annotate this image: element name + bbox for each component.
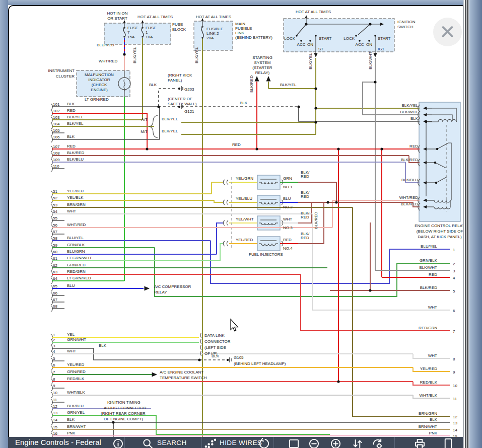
- wire-color-label: WHT/RED: [99, 59, 118, 63]
- wire-color-label: WHT: [428, 305, 437, 310]
- info-button[interactable]: [112, 437, 124, 448]
- wire-color-label: A/T: [142, 117, 148, 122]
- pin-number: 13: [53, 411, 57, 415]
- wire-color-label: BLK/WHT: [400, 110, 418, 114]
- junction-dot: [369, 23, 371, 25]
- wire-color-label: WHT: [428, 353, 437, 358]
- component-name: MALFUNCTION: [85, 72, 114, 77]
- ground-id: G105: [234, 355, 244, 360]
- junction-dot: [297, 105, 300, 108]
- wire-color-label: PNK: [67, 431, 76, 435]
- pin-number: 64: [53, 276, 57, 281]
- pin-number: 65: [53, 284, 57, 288]
- pin-number: 6: [53, 363, 55, 367]
- search-button[interactable]: SEARCH: [142, 437, 187, 448]
- ground-location: PANEL): [168, 78, 182, 83]
- junction-dot: [178, 88, 180, 90]
- wire-color-label: BLU/GRN: [67, 249, 85, 254]
- junction-dot: [227, 359, 229, 361]
- junction-dot: [337, 380, 339, 383]
- wire-color-label: BLU: [283, 196, 291, 201]
- pin-number: 51: [53, 189, 57, 194]
- wire-color-label: BLK: [67, 417, 75, 422]
- pin-number: 63: [53, 270, 57, 274]
- toolbar-divider: [124, 437, 125, 448]
- junction-dot: [309, 40, 311, 42]
- fuse-label: 20A: [206, 36, 214, 40]
- pin-number: 52: [53, 196, 57, 200]
- fuse-label: LINK 2: [206, 31, 219, 36]
- ground-location: SAFETY WALL): [168, 102, 197, 106]
- wire-color-label: GRN/BLK: [67, 243, 85, 247]
- wire-color-label: WHT/BLK: [67, 390, 85, 395]
- component-name: FUSIBLE: [235, 26, 252, 31]
- pin-number: 4: [453, 276, 455, 280]
- pin-number: 9: [453, 370, 455, 375]
- wire-color-label: BLK/YEL: [162, 129, 178, 133]
- wire-color-label: BLK: [67, 134, 75, 139]
- zoom-out-button[interactable]: [308, 437, 320, 448]
- wire-color-label: WHT: [67, 209, 76, 213]
- fit-screen-button[interactable]: [288, 437, 300, 448]
- junction-dot: [123, 53, 125, 55]
- wire-color-label: WHT: [67, 349, 76, 353]
- pin-number: 53: [53, 203, 57, 207]
- pin-number: 1: [53, 333, 55, 337]
- wire-color-label: BLK/YEL: [67, 121, 84, 126]
- note-text: IGNITION TIMING: [107, 400, 141, 405]
- swap-view-button[interactable]: [352, 437, 363, 448]
- note-text: A/C COMPRESSOR: [154, 284, 191, 289]
- pin-number: 107: [53, 144, 60, 149]
- note-text: CONNECTOR: [204, 339, 231, 344]
- rotate-paint-button[interactable]: [372, 437, 383, 448]
- undo-icon: [258, 438, 270, 448]
- refresh-wires-button[interactable]: [258, 437, 270, 448]
- page-layout-button[interactable]: [442, 437, 454, 448]
- power-header: HOT IN ON: [107, 11, 127, 16]
- hide-wires-button[interactable]: HIDE WIRES: [204, 437, 262, 448]
- pin-number: 59: [53, 243, 57, 248]
- pin-number: 14: [453, 428, 457, 432]
- wire-color-label: RED: [301, 194, 309, 199]
- component-name: (BEHIND BATTERY): [235, 35, 272, 40]
- wire-color-label: YEL: [67, 332, 75, 337]
- fuse-label: 15A: [127, 35, 135, 39]
- wire-color-label: BRN/WHT: [419, 424, 437, 429]
- pin-number: 103: [53, 115, 60, 120]
- component-name: FUEL INJECTORS: [249, 252, 283, 257]
- wire-color-label: GRN/YEL: [67, 410, 85, 415]
- pin-number: 13: [453, 421, 457, 425]
- junction-dot: [436, 148, 438, 150]
- wire-color-label: RED: [67, 108, 76, 113]
- wiring-diagram-canvas: 101BLK102RED103BLK/YEL104BLK/YEL105106BL…: [0, 0, 482, 448]
- component-name: BLOCK: [172, 27, 186, 32]
- print-button[interactable]: [414, 437, 426, 448]
- junction-dot: [359, 40, 361, 42]
- wire-color-label: BLK/BLU: [401, 178, 418, 182]
- junction-dot: [314, 87, 317, 90]
- component-name: SWITCH: [397, 25, 414, 29]
- junction-dot: [337, 147, 339, 150]
- note-text: TEMPERATURE SWITCH: [160, 376, 207, 380]
- ground-id: G121: [184, 109, 194, 114]
- junction-dot: [300, 40, 302, 42]
- junction-dot: [425, 121, 427, 123]
- wire-color-label: BLK/RED: [314, 212, 318, 229]
- zoom-in-button[interactable]: [330, 437, 341, 448]
- component-name: SYSTEM: [254, 60, 271, 65]
- wire-color-label: BLU: [67, 283, 75, 288]
- pin-number: 5: [453, 289, 455, 293]
- close-button[interactable]: [433, 18, 462, 46]
- component-name: ENGINE): [91, 88, 108, 92]
- wire-color-label: BLK: [410, 116, 419, 121]
- toolbar-divider: [394, 437, 395, 448]
- wire-color-label: RED: [67, 144, 76, 148]
- junction-dot: [435, 182, 437, 184]
- ignition-output: IG1: [378, 47, 384, 51]
- pin-number: 68: [53, 304, 57, 309]
- pin-number: 11: [453, 397, 457, 401]
- pin-number: 9: [53, 384, 55, 388]
- pin-number: 12: [53, 404, 57, 409]
- wire-color-label: BLK/WHT: [419, 265, 437, 270]
- pin-number: 60: [53, 250, 57, 254]
